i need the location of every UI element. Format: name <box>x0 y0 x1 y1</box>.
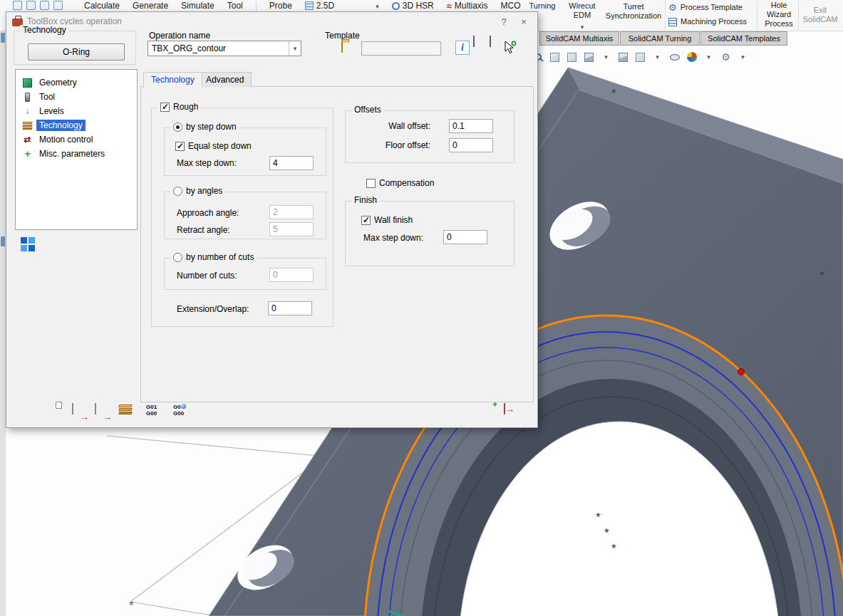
display-style-icon[interactable] <box>633 51 647 64</box>
menu-turret-synchronization[interactable]: Turret Synchronization <box>605 2 662 21</box>
by-number-of-cuts-radio[interactable]: by number of cuts <box>173 252 254 262</box>
menu-separator <box>256 1 257 11</box>
dialog-title: ToolBox cycles operation <box>27 16 492 26</box>
save-copy-button[interactable] <box>43 404 61 421</box>
menu-2-5d[interactable]: 2.5D <box>305 1 334 11</box>
mouse-cursor-with-add <box>504 41 517 55</box>
sketch-point-star: * <box>611 87 616 100</box>
sketch-point-star: * <box>596 511 601 524</box>
2-5d-icon <box>305 1 314 10</box>
scene-settings-icon[interactable] <box>719 51 733 64</box>
extension-overlap-field[interactable] <box>268 301 312 315</box>
template-field[interactable] <box>361 41 441 56</box>
tab-solidcam-templates[interactable]: SolidCAM Templates <box>700 31 787 46</box>
sketch-line <box>130 602 211 615</box>
help-button[interactable]: ? <box>496 16 512 27</box>
collapsed-panel-tab-icon[interactable] <box>1 33 5 43</box>
collapsed-panel-tab-icon[interactable] <box>1 236 5 246</box>
exit-dialog-button[interactable] <box>502 404 519 421</box>
sketch-point-star: * <box>611 542 616 555</box>
menu-simulate[interactable]: Simulate <box>181 1 214 11</box>
floor-offset-field[interactable] <box>449 138 493 152</box>
tree-item-levels[interactable]: Levels <box>16 104 137 118</box>
finish-max-step-down-label: Max step down: <box>363 233 423 243</box>
by-step-down-radio[interactable]: by step down <box>173 122 237 132</box>
oring-button[interactable]: O-Ring <box>28 43 125 61</box>
wall-finish-checkbox[interactable]: Wall finish <box>361 215 413 225</box>
tab-advanced[interactable]: Advanced <box>198 72 252 87</box>
menu-tool[interactable]: Tool <box>227 1 243 11</box>
2-5d-dropdown-caret[interactable] <box>376 1 379 11</box>
zoom-area-icon[interactable] <box>548 51 562 64</box>
quick-access-icon-3[interactable] <box>40 1 49 10</box>
by-angles-radio[interactable]: by angles <box>173 186 222 196</box>
previous-view-icon[interactable] <box>565 51 579 64</box>
finish-max-step-down-field[interactable] <box>443 230 487 244</box>
tab-solidcam-turning[interactable]: SolidCAM Turning <box>620 31 700 46</box>
menu-hole-wizard-process[interactable]: Hole Wizard Process <box>761 1 797 28</box>
menu-wirecut-edm[interactable]: Wirecut EDM <box>562 1 602 20</box>
parameters-panel: Technology Advanced Rough by step down E… <box>140 86 534 402</box>
quick-access-icon-2[interactable] <box>26 1 36 10</box>
template-open-icon[interactable] <box>341 41 343 53</box>
quick-access-icon-1[interactable] <box>13 1 22 10</box>
misc-parameters-icon <box>23 150 32 159</box>
tree-item-geometry[interactable]: Geometry <box>16 75 137 90</box>
gcode-globe-button[interactable]: G0 G00 <box>173 404 197 421</box>
ribbon-separator <box>798 1 799 30</box>
export-gcode-button[interactable] <box>71 404 88 421</box>
tree-item-misc-parameters[interactable]: Misc. parameters <box>16 147 137 161</box>
close-button[interactable]: × <box>516 16 532 27</box>
technology-stack-button[interactable] <box>119 404 136 421</box>
view-orientation-icon[interactable] <box>616 51 630 64</box>
menu-3d-hsr[interactable]: 3D HSR <box>392 1 434 11</box>
collapsed-side-panel <box>0 11 6 616</box>
export-add-button[interactable] <box>93 404 110 421</box>
equal-step-down-checkbox[interactable]: Equal step down <box>175 141 252 151</box>
grid-squares-icon[interactable] <box>21 237 35 251</box>
dialog-title-bar[interactable]: ToolBox cycles operation ? × <box>6 12 537 31</box>
menu-process-template[interactable]: Process Template <box>668 2 743 13</box>
tab-solidcam-multiaxis[interactable]: SolidCAM Multiaxis <box>539 31 619 46</box>
tree-item-motion-control[interactable]: Motion control <box>16 132 137 147</box>
section-view-icon[interactable] <box>582 51 596 64</box>
operation-name-caret[interactable] <box>289 41 301 56</box>
process-template-icon <box>668 2 677 13</box>
quick-access-icon-4[interactable] <box>53 1 63 10</box>
menu-multiaxis[interactable]: Multiaxis <box>447 1 488 11</box>
display-dropdown-caret[interactable] <box>651 51 664 64</box>
chain-start-point[interactable] <box>738 369 745 375</box>
info-button[interactable] <box>455 41 470 55</box>
number-of-cuts-label: Number of cuts: <box>177 271 237 281</box>
menu-calculate[interactable]: Calculate <box>84 1 120 11</box>
scene-dropdown-caret[interactable] <box>736 51 750 64</box>
hide-show-icon[interactable] <box>668 51 681 64</box>
compensation-checkbox[interactable]: Compensation <box>366 178 434 188</box>
appearance-dropdown-caret[interactable] <box>702 51 715 64</box>
save-button[interactable] <box>19 404 36 421</box>
menu-probe[interactable]: Probe <box>269 1 292 11</box>
wirecut-dropdown-caret[interactable] <box>562 21 602 31</box>
tree-item-technology[interactable]: Technology <box>16 118 137 132</box>
operation-name-combo[interactable]: TBX_ORG_contour <box>148 41 301 56</box>
menu-mco[interactable]: MCO <box>501 1 521 11</box>
toolbox-cycles-dialog: ToolBox cycles operation ? × Technology … <box>6 11 538 428</box>
wall-offset-field[interactable] <box>449 119 493 133</box>
menu-machining-process[interactable]: Machining Process <box>668 17 747 26</box>
wall-offset-label: Wall offset: <box>359 121 430 131</box>
max-step-down-field[interactable] <box>269 156 314 170</box>
tree-item-tool[interactable]: Tool <box>16 90 137 104</box>
gcode-preview-button[interactable]: G01 G00 <box>146 404 166 421</box>
tab-technology[interactable]: Technology <box>143 72 202 88</box>
menu-turning[interactable]: Turning <box>525 1 559 11</box>
tool-bit-icon-2[interactable] <box>490 36 500 56</box>
multiaxis-icon <box>447 1 452 11</box>
tool-bit-icon-1[interactable] <box>473 36 483 56</box>
save-template-button[interactable] <box>478 404 495 421</box>
view-dropdown-caret[interactable] <box>599 51 613 64</box>
menu-generate[interactable]: Generate <box>133 1 168 11</box>
rough-checkbox[interactable]: Rough <box>160 102 198 112</box>
appearance-sphere-icon[interactable] <box>685 51 698 64</box>
floor-offset-label: Floor offset: <box>359 140 430 150</box>
menu-exit-solidcam[interactable]: Exit SolidCAM <box>801 6 839 24</box>
